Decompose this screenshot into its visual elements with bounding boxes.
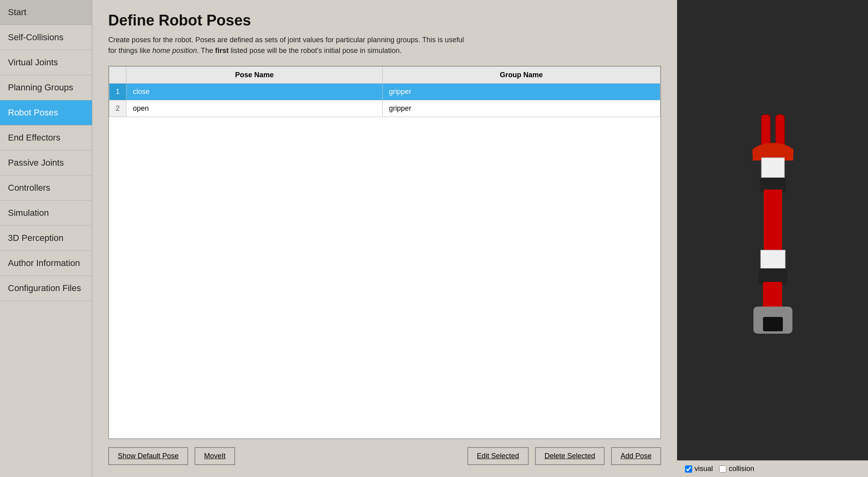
sidebar-item-controllers[interactable]: Controllers (0, 176, 92, 201)
main-content: Define Robot Poses Create poses for the … (92, 0, 677, 477)
row-group-name: gripper (382, 100, 660, 117)
svg-rect-4 (761, 158, 784, 180)
row-number: 2 (109, 100, 127, 117)
visual-checkbox[interactable] (685, 465, 692, 473)
col-header-num (109, 67, 127, 84)
sidebar-item-passive-joints[interactable]: Passive Joints (0, 151, 92, 176)
svg-rect-7 (761, 250, 785, 271)
sidebar-item-planning-groups[interactable]: Planning Groups (0, 75, 92, 100)
col-header-group-name: Group Name (382, 67, 660, 84)
sidebar-item-self-collisions[interactable]: Self-Collisions (0, 25, 92, 50)
svg-rect-11 (763, 317, 783, 331)
table-row[interactable]: 2opengripper (109, 100, 660, 117)
add-pose-button[interactable]: Add Pose (611, 447, 661, 465)
sidebar-item-robot-poses[interactable]: Robot Poses (0, 100, 92, 125)
row-number: 1 (109, 84, 127, 100)
svg-rect-9 (763, 282, 782, 310)
robot-visualization (733, 111, 812, 350)
page-title: Define Robot Poses (108, 12, 661, 29)
poses-table: Pose Name Group Name 1closegripper2openg… (109, 66, 660, 117)
sidebar-item-start[interactable]: Start (0, 0, 92, 25)
right-panel: visual collision (677, 0, 868, 477)
bottom-buttons: Show Default Pose MoveIt Edit Selected D… (108, 447, 661, 465)
visual-label: visual (695, 465, 713, 473)
sidebar-item-author-information[interactable]: Author Information (0, 251, 92, 276)
sidebar-item-end-effectors[interactable]: End Effectors (0, 125, 92, 151)
moveit-button[interactable]: MoveIt (195, 447, 235, 465)
row-group-name: gripper (382, 84, 660, 100)
edit-selected-button[interactable]: Edit Selected (467, 447, 529, 465)
show-default-pose-button[interactable]: Show Default Pose (108, 447, 188, 465)
svg-rect-6 (764, 190, 782, 253)
row-pose-name: close (127, 84, 383, 100)
3d-viewport (677, 0, 868, 460)
sidebar-item-simulation[interactable]: Simulation (0, 201, 92, 226)
table-row[interactable]: 1closegripper (109, 84, 660, 100)
poses-table-container: Pose Name Group Name 1closegripper2openg… (108, 66, 661, 439)
sidebar-item-virtual-joints[interactable]: Virtual Joints (0, 50, 92, 75)
row-pose-name: open (127, 100, 383, 117)
collision-checkbox[interactable] (719, 465, 726, 473)
collision-checkbox-label[interactable]: collision (719, 465, 754, 473)
col-header-pose-name: Pose Name (127, 67, 383, 84)
page-description: Create poses for the robot. Poses are de… (108, 35, 466, 56)
visual-checkbox-label[interactable]: visual (685, 465, 713, 473)
sidebar-item-configuration-files[interactable]: Configuration Files (0, 276, 92, 301)
sidebar: Start Self-Collisions Virtual Joints Pla… (0, 0, 92, 477)
delete-selected-button[interactable]: Delete Selected (535, 447, 605, 465)
table-header-row: Pose Name Group Name (109, 67, 660, 84)
viewport-controls: visual collision (677, 460, 868, 477)
collision-label: collision (729, 465, 754, 473)
sidebar-item-3d-perception[interactable]: 3D Perception (0, 226, 92, 251)
